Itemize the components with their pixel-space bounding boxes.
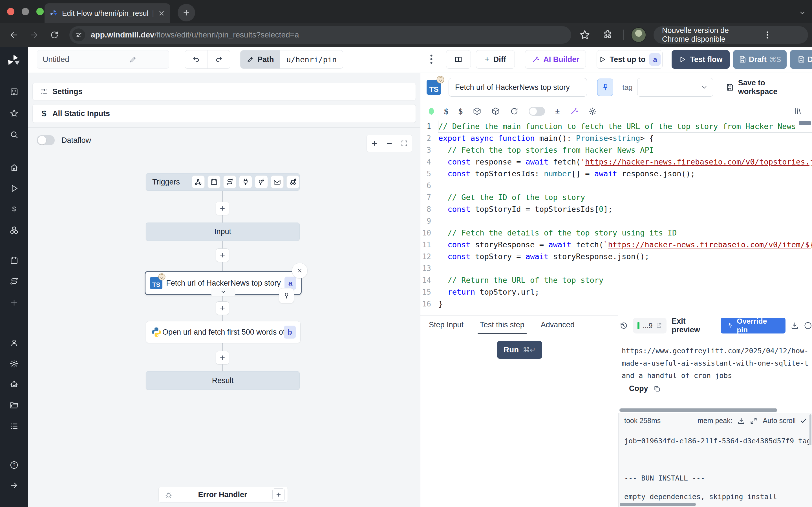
audit-logs-icon[interactable] (8, 420, 20, 433)
collapse-step-button[interactable] (211, 288, 236, 296)
reload-icon[interactable] (510, 107, 518, 115)
edit-pencil-icon[interactable] (103, 55, 163, 63)
add-step-button[interactable] (216, 301, 229, 315)
window-zoom-button[interactable] (36, 8, 44, 15)
tab-search-chevron-icon[interactable] (796, 7, 809, 19)
remove-step-button[interactable] (292, 263, 308, 279)
save-draft-button[interactable]: Draft ⌘S (733, 50, 786, 69)
settings-gear-icon[interactable] (8, 357, 20, 370)
reload-icon[interactable] (49, 29, 60, 41)
save-to-workspace-button[interactable]: Save to workspace (726, 78, 806, 96)
job-run-badge[interactable]: ...9 (633, 318, 667, 334)
add-error-handler-button[interactable] (272, 489, 285, 501)
code-line[interactable]: 1// Define the main function to fetch th… (420, 121, 812, 132)
avatar[interactable] (631, 27, 646, 43)
kafka-icon[interactable] (255, 175, 268, 188)
code-line[interactable]: 16} (420, 298, 812, 310)
more-options-icon[interactable] (425, 53, 438, 65)
tab-test-this-step[interactable]: Test this step (480, 316, 524, 334)
back-icon[interactable] (8, 29, 20, 41)
windmill-logo[interactable] (7, 54, 21, 68)
pinned-indicator-button[interactable] (279, 288, 294, 303)
all-static-inputs-row[interactable]: $ All Static Inputs (33, 104, 416, 123)
email-icon[interactable] (271, 175, 284, 188)
undo-button[interactable] (185, 50, 207, 68)
add-step-button[interactable] (216, 351, 229, 364)
download-logs-icon[interactable] (737, 417, 745, 425)
tab-close-icon[interactable] (158, 10, 165, 17)
code-line[interactable]: 9 (420, 215, 812, 227)
flow-step-b-node[interactable]: Open url and fetch first 500 words of ..… (146, 321, 301, 343)
run-button[interactable]: Run ⌘↵ (497, 341, 542, 359)
browser-tab[interactable]: Edit Flow u/henri/pin_results | (45, 3, 170, 23)
code-line[interactable]: 14 // Return the URL of the top story (420, 274, 812, 286)
zoom-in-button[interactable] (367, 135, 382, 152)
zoom-out-button[interactable] (382, 135, 397, 152)
routes-icon[interactable] (8, 275, 20, 288)
extensions-icon[interactable] (602, 29, 613, 41)
code-line[interactable]: 15 return topStory.url; (420, 286, 812, 298)
address-bar[interactable]: app.windmill.dev/flows/edit/u/henri/pin_… (69, 26, 571, 44)
add-step-button[interactable] (216, 202, 229, 215)
editor-settings-gear-icon[interactable] (589, 107, 597, 115)
add-step-button[interactable] (216, 248, 229, 262)
tag-select[interactable] (637, 78, 713, 97)
code-line[interactable]: 8 const topStoryId = topStoriesIds[0]; (420, 203, 812, 215)
code-line[interactable]: 12 const topStory = await storyResponse.… (420, 251, 812, 263)
ai-builder-button[interactable]: AI Builder (525, 50, 586, 69)
window-close-button[interactable] (7, 8, 14, 15)
schedule-icon[interactable] (207, 175, 220, 188)
override-pin-button[interactable]: Override pin (721, 318, 785, 334)
editor-toggle[interactable] (529, 107, 545, 116)
resources-icon[interactable]: $ (458, 107, 463, 115)
tab-advanced[interactable]: Advanced (541, 316, 574, 334)
download-result-icon[interactable] (791, 321, 799, 330)
expand-logs-icon[interactable] (750, 417, 758, 425)
test-up-to-button[interactable]: Test up to a (597, 50, 663, 69)
flow-title-field[interactable]: Untitled (37, 50, 169, 69)
fit-view-button[interactable] (397, 135, 412, 152)
auto-scroll-label[interactable]: Auto scroll (763, 416, 796, 425)
resources-icon[interactable] (8, 224, 20, 237)
code-line[interactable]: 6 (420, 180, 812, 191)
dataflow-toggle[interactable] (37, 135, 55, 145)
library-icon[interactable] (794, 107, 802, 115)
test-flow-button[interactable]: Test flow (672, 50, 730, 69)
code-line[interactable]: 3 // Fetch the top stories from Hacker N… (420, 144, 812, 156)
step-name-input[interactable] (449, 78, 587, 97)
site-settings-icon[interactable] (72, 29, 85, 41)
code-line[interactable]: 7 // Get the ID of the top story (420, 191, 812, 203)
new-tab-button[interactable] (177, 4, 195, 21)
ai-wand-icon[interactable] (570, 107, 578, 115)
chrome-update-button[interactable]: Nouvelle version de Chrome disponible (654, 26, 808, 44)
window-minimize-button[interactable] (22, 8, 29, 15)
workers-icon[interactable] (8, 378, 20, 391)
log-vertical-scrollbar[interactable] (809, 414, 811, 445)
variables-icon[interactable]: $ (444, 107, 448, 115)
deploy-button[interactable]: Deploy (790, 50, 812, 69)
expand-sidebar-icon[interactable] (8, 479, 20, 492)
copy-result-button[interactable]: Copy (629, 384, 661, 393)
flow-settings-row[interactable]: Settings (33, 83, 416, 100)
redo-button[interactable] (207, 50, 230, 68)
info-circle-icon[interactable] (804, 321, 812, 330)
users-icon[interactable] (8, 336, 20, 349)
docs-button[interactable] (446, 50, 471, 69)
bookmark-star-icon[interactable] (579, 29, 591, 41)
diff-button[interactable]: ± Diff (476, 50, 515, 69)
tab-step-input[interactable]: Step Input (429, 316, 463, 334)
poll-icon[interactable] (287, 175, 299, 188)
result-node[interactable]: Result (146, 371, 300, 390)
code-line[interactable]: 5 const topStoriesIds: number[] = await … (420, 168, 812, 180)
code-line[interactable]: 4 const response = await fetch('https://… (420, 156, 812, 168)
exit-preview-button[interactable]: Exit preview (672, 317, 715, 334)
folders-icon[interactable] (8, 399, 20, 412)
home-icon[interactable] (8, 161, 20, 174)
external-link-icon[interactable] (656, 323, 662, 329)
webhook-icon[interactable] (192, 175, 205, 188)
log-horizontal-scrollbar[interactable] (620, 503, 696, 506)
pin-toggle-button[interactable] (597, 78, 613, 96)
schedules-icon[interactable] (8, 254, 20, 267)
variables-icon[interactable] (8, 203, 20, 216)
browser-menu-icon[interactable] (732, 30, 802, 40)
